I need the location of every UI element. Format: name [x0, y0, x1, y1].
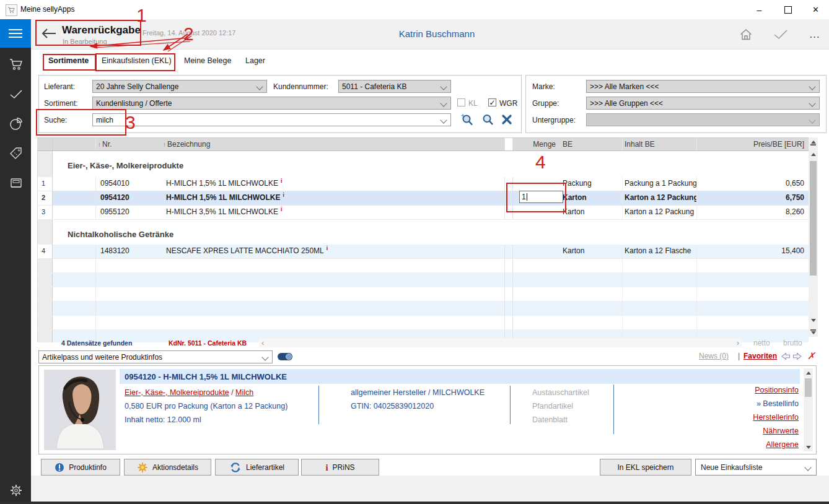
in-ekl-speichern-button[interactable]: In EKL speichern: [600, 459, 691, 476]
empty-row: [37, 302, 809, 316]
sidebar-item-tasks[interactable]: [9, 87, 24, 102]
column-header-nr[interactable]: ↑Nr.: [96, 138, 161, 150]
tab-einkaufslisten[interactable]: Einkaufslisten (EKL): [102, 56, 172, 65]
tab-sortimente[interactable]: Sortimente: [48, 56, 89, 65]
lieferartikel-button[interactable]: Lieferartikel: [215, 459, 299, 476]
sidebar-item-offers[interactable]: [9, 146, 24, 161]
table-row-selected[interactable]: 2 0954120 H-MILCH 1,5% 1L MILCHWOLKEi Ka…: [37, 191, 809, 206]
news-link[interactable]: News (0): [699, 352, 729, 360]
infopanel-select[interactable]: Artikelpass und weitere Produktinfos: [38, 350, 273, 363]
sidebar-item-catalog[interactable]: [9, 176, 24, 191]
horizontal-scrollbar[interactable]: ‹ ›: [259, 338, 742, 347]
app-logo-icon: [6, 4, 17, 16]
home-button[interactable]: [737, 25, 755, 43]
scrollbar-thumb[interactable]: [810, 161, 817, 276]
info-marker-icon: i: [281, 206, 283, 212]
column-header-be[interactable]: BE: [561, 138, 623, 150]
close-button[interactable]: ✕: [802, 0, 829, 19]
column-header-inhalt-be[interactable]: Inhalt BE: [623, 138, 697, 150]
sortiment-label: Sortiment:: [44, 99, 78, 108]
column-header-preis[interactable]: Preis/BE [EUR]: [697, 138, 809, 150]
back-arrow-icon: [41, 27, 57, 40]
check-icon: [9, 89, 23, 99]
scrollbar-thumb[interactable]: [805, 378, 812, 397]
scroll-down-button[interactable]: [804, 443, 813, 451]
gruppe-label: Gruppe:: [532, 99, 559, 108]
sidebar-item-statistics[interactable]: [9, 116, 24, 131]
search-button[interactable]: [480, 113, 495, 127]
tab-meine-belege[interactable]: Meine Belege: [184, 56, 231, 65]
window-titlebar: Meine sellyApps – ✕: [0, 0, 829, 19]
home-icon: [739, 28, 753, 41]
table-header-row: ↑Nr. ↑Bezeichnung Menge BE Inhalt BE Pre…: [37, 137, 809, 151]
footer-area: [31, 476, 829, 502]
tag-icon: [9, 146, 24, 161]
kundennummer-select[interactable]: 5011 - Cafeteria KB: [338, 80, 451, 93]
confirm-button[interactable]: [771, 25, 790, 43]
neue-einkaufsliste-select[interactable]: Neue Einkaufsliste: [695, 459, 817, 476]
quantity-input[interactable]: 1: [519, 191, 563, 203]
chevron-down-icon: [809, 116, 815, 123]
product-title: 0954120 - H-MILCH 1,5% 1L MILCHWOLKE: [120, 369, 800, 384]
prins-button[interactable]: i PRiNS: [301, 459, 379, 476]
product-info-panel: 0954120 - H-MILCH 1,5% 1L MILCHWOLKE Eie…: [38, 365, 817, 454]
allergene-link[interactable]: Allergene: [766, 440, 799, 449]
sidebar-item-settings[interactable]: [9, 483, 24, 498]
close-infopanel-button[interactable]: ✗: [807, 350, 815, 362]
swap-arrows-icon: [229, 462, 242, 473]
positionsinfo-link[interactable]: Positionsinfo: [755, 386, 799, 394]
sidebar-item-cart[interactable]: [9, 57, 24, 72]
bestellinfo-link[interactable]: » Bestellinfo: [757, 399, 799, 408]
table-row[interactable]: 3 0955120 H-MILCH 3,5% 1L MILCHWOLKEi Ka…: [37, 206, 809, 220]
page-title: Warenrückgabe: [62, 24, 141, 37]
scroll-right-icon[interactable]: ›: [734, 339, 742, 347]
infopanel-toggle[interactable]: [278, 353, 292, 360]
menu-button[interactable]: [0, 19, 31, 48]
arrow-right-icon: [792, 352, 802, 360]
more-options-button[interactable]: …: [805, 25, 824, 43]
sortiment-select[interactable]: Kundenlistung / Offerte: [92, 97, 451, 110]
panel-scrollbar[interactable]: [804, 368, 813, 451]
customer-number-status: KdNr. 5011 - Cafeteria KB: [169, 339, 247, 347]
favorites-link[interactable]: Favoriten: [743, 352, 777, 360]
sort-asc-icon: ↑: [163, 141, 166, 148]
kl-checkbox[interactable]: [457, 98, 465, 106]
marke-select[interactable]: >>> Alle Marken <<<: [586, 80, 820, 93]
netto-toggle[interactable]: netto: [753, 339, 770, 347]
group-name: Eier-, Käse-, Molkereiprodukte: [53, 151, 809, 177]
aktionsdetails-button[interactable]: Aktionsdetails: [124, 459, 211, 476]
scroll-up-button[interactable]: [809, 150, 818, 159]
gruppe-select[interactable]: >>> Alle Gruppen <<<: [586, 97, 820, 110]
scroll-bottom-button[interactable]: [809, 326, 818, 337]
table-scrollbar[interactable]: [809, 137, 818, 337]
hamburger-icon: [9, 29, 22, 30]
search-input[interactable]: milch: [92, 113, 451, 126]
minimize-button[interactable]: –: [745, 0, 773, 19]
maximize-button[interactable]: [774, 0, 802, 19]
produktinfo-button[interactable]: Produktinfo: [41, 459, 120, 476]
brutto-toggle[interactable]: brutto: [783, 339, 802, 347]
next-article-button[interactable]: [792, 352, 802, 360]
column-header-menge[interactable]: Menge: [513, 138, 561, 150]
scroll-up-button[interactable]: [804, 368, 813, 377]
table-row[interactable]: 4 1483120 NESCAFE XPRES LATTE MACCHIATO …: [37, 245, 809, 259]
tab-lager[interactable]: Lager: [245, 56, 265, 65]
advanced-search-button[interactable]: [460, 113, 475, 127]
herstellerinfo-link[interactable]: Herstellerinfo: [753, 413, 799, 422]
clear-search-button[interactable]: [501, 114, 512, 125]
scroll-left-icon[interactable]: ‹: [259, 339, 266, 347]
lieferant-select[interactable]: 20 Jahre Selly Challenge: [92, 80, 267, 93]
records-found-status: 4 Datensätze gefunden: [61, 339, 132, 347]
table-row[interactable]: 1 0954010 H-MILCH 1,5% 1L MILCHWOLKEi Pa…: [37, 177, 809, 191]
product-detail-links: Positionsinfo » Bestellinfo Herstellerin…: [39, 386, 799, 454]
naehrwerte-link[interactable]: Nährwerte: [763, 427, 799, 435]
column-header-bezeichnung[interactable]: ↑Bezeichnung: [161, 138, 504, 150]
scroll-down-button[interactable]: [809, 316, 818, 324]
scroll-top-button[interactable]: [809, 137, 818, 149]
previous-article-button[interactable]: [781, 352, 791, 360]
checkmark-icon: ✓: [489, 100, 495, 106]
group-name: Nichtalkoholische Getränke: [53, 220, 809, 245]
close-icon: ✕: [812, 5, 819, 14]
back-button[interactable]: [41, 27, 57, 40]
wgr-checkbox[interactable]: ✓: [488, 98, 496, 106]
